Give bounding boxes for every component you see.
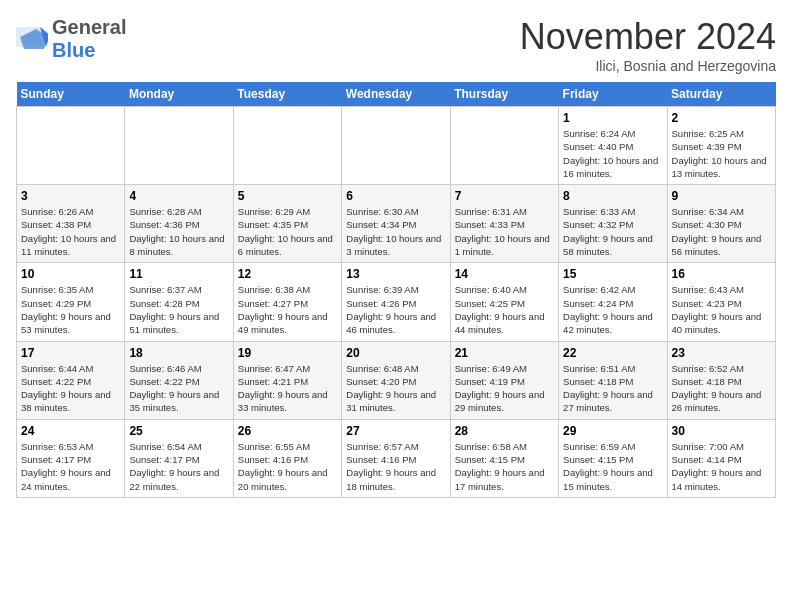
day-cell-17: 17Sunrise: 6:44 AMSunset: 4:22 PMDayligh… xyxy=(17,341,125,419)
day-info: Sunrise: 6:58 AMSunset: 4:15 PMDaylight:… xyxy=(455,440,554,493)
day-info: Sunrise: 6:38 AMSunset: 4:27 PMDaylight:… xyxy=(238,283,337,336)
day-number: 18 xyxy=(129,346,228,360)
day-number: 4 xyxy=(129,189,228,203)
day-info: Sunrise: 6:49 AMSunset: 4:19 PMDaylight:… xyxy=(455,362,554,415)
day-number: 23 xyxy=(672,346,771,360)
day-cell-14: 14Sunrise: 6:40 AMSunset: 4:25 PMDayligh… xyxy=(450,263,558,341)
day-info: Sunrise: 6:40 AMSunset: 4:25 PMDaylight:… xyxy=(455,283,554,336)
day-number: 17 xyxy=(21,346,120,360)
day-number: 11 xyxy=(129,267,228,281)
day-cell-1: 1Sunrise: 6:24 AMSunset: 4:40 PMDaylight… xyxy=(559,107,667,185)
header: General Blue November 2024 Ilici, Bosnia… xyxy=(16,16,776,74)
weekday-header-friday: Friday xyxy=(559,82,667,107)
empty-cell xyxy=(342,107,450,185)
day-info: Sunrise: 6:44 AMSunset: 4:22 PMDaylight:… xyxy=(21,362,120,415)
day-cell-7: 7Sunrise: 6:31 AMSunset: 4:33 PMDaylight… xyxy=(450,185,558,263)
day-number: 12 xyxy=(238,267,337,281)
day-number: 29 xyxy=(563,424,662,438)
day-cell-2: 2Sunrise: 6:25 AMSunset: 4:39 PMDaylight… xyxy=(667,107,775,185)
day-number: 20 xyxy=(346,346,445,360)
month-title: November 2024 xyxy=(520,16,776,58)
day-cell-21: 21Sunrise: 6:49 AMSunset: 4:19 PMDayligh… xyxy=(450,341,558,419)
day-cell-16: 16Sunrise: 6:43 AMSunset: 4:23 PMDayligh… xyxy=(667,263,775,341)
day-info: Sunrise: 6:53 AMSunset: 4:17 PMDaylight:… xyxy=(21,440,120,493)
day-info: Sunrise: 6:25 AMSunset: 4:39 PMDaylight:… xyxy=(672,127,771,180)
day-info: Sunrise: 6:29 AMSunset: 4:35 PMDaylight:… xyxy=(238,205,337,258)
day-info: Sunrise: 6:30 AMSunset: 4:34 PMDaylight:… xyxy=(346,205,445,258)
empty-cell xyxy=(125,107,233,185)
day-cell-23: 23Sunrise: 6:52 AMSunset: 4:18 PMDayligh… xyxy=(667,341,775,419)
day-number: 14 xyxy=(455,267,554,281)
day-number: 5 xyxy=(238,189,337,203)
day-number: 13 xyxy=(346,267,445,281)
day-number: 6 xyxy=(346,189,445,203)
day-cell-15: 15Sunrise: 6:42 AMSunset: 4:24 PMDayligh… xyxy=(559,263,667,341)
day-cell-13: 13Sunrise: 6:39 AMSunset: 4:26 PMDayligh… xyxy=(342,263,450,341)
day-cell-5: 5Sunrise: 6:29 AMSunset: 4:35 PMDaylight… xyxy=(233,185,341,263)
day-info: Sunrise: 6:33 AMSunset: 4:32 PMDaylight:… xyxy=(563,205,662,258)
day-number: 22 xyxy=(563,346,662,360)
location: Ilici, Bosnia and Herzegovina xyxy=(520,58,776,74)
day-number: 9 xyxy=(672,189,771,203)
day-cell-12: 12Sunrise: 6:38 AMSunset: 4:27 PMDayligh… xyxy=(233,263,341,341)
day-number: 21 xyxy=(455,346,554,360)
day-info: Sunrise: 6:31 AMSunset: 4:33 PMDaylight:… xyxy=(455,205,554,258)
title-area: November 2024 Ilici, Bosnia and Herzegov… xyxy=(520,16,776,74)
day-cell-24: 24Sunrise: 6:53 AMSunset: 4:17 PMDayligh… xyxy=(17,419,125,497)
day-number: 7 xyxy=(455,189,554,203)
day-info: Sunrise: 7:00 AMSunset: 4:14 PMDaylight:… xyxy=(672,440,771,493)
day-cell-20: 20Sunrise: 6:48 AMSunset: 4:20 PMDayligh… xyxy=(342,341,450,419)
day-info: Sunrise: 6:39 AMSunset: 4:26 PMDaylight:… xyxy=(346,283,445,336)
day-number: 16 xyxy=(672,267,771,281)
day-number: 27 xyxy=(346,424,445,438)
day-cell-8: 8Sunrise: 6:33 AMSunset: 4:32 PMDaylight… xyxy=(559,185,667,263)
day-cell-6: 6Sunrise: 6:30 AMSunset: 4:34 PMDaylight… xyxy=(342,185,450,263)
empty-cell xyxy=(450,107,558,185)
day-cell-26: 26Sunrise: 6:55 AMSunset: 4:16 PMDayligh… xyxy=(233,419,341,497)
day-info: Sunrise: 6:55 AMSunset: 4:16 PMDaylight:… xyxy=(238,440,337,493)
day-info: Sunrise: 6:34 AMSunset: 4:30 PMDaylight:… xyxy=(672,205,771,258)
day-cell-29: 29Sunrise: 6:59 AMSunset: 4:15 PMDayligh… xyxy=(559,419,667,497)
weekday-header-wednesday: Wednesday xyxy=(342,82,450,107)
day-cell-28: 28Sunrise: 6:58 AMSunset: 4:15 PMDayligh… xyxy=(450,419,558,497)
weekday-header-monday: Monday xyxy=(125,82,233,107)
day-info: Sunrise: 6:54 AMSunset: 4:17 PMDaylight:… xyxy=(129,440,228,493)
day-cell-19: 19Sunrise: 6:47 AMSunset: 4:21 PMDayligh… xyxy=(233,341,341,419)
logo-general-text: General xyxy=(52,16,126,38)
day-info: Sunrise: 6:52 AMSunset: 4:18 PMDaylight:… xyxy=(672,362,771,415)
day-number: 19 xyxy=(238,346,337,360)
weekday-header-row: SundayMondayTuesdayWednesdayThursdayFrid… xyxy=(17,82,776,107)
empty-cell xyxy=(233,107,341,185)
weekday-header-tuesday: Tuesday xyxy=(233,82,341,107)
day-cell-30: 30Sunrise: 7:00 AMSunset: 4:14 PMDayligh… xyxy=(667,419,775,497)
day-info: Sunrise: 6:51 AMSunset: 4:18 PMDaylight:… xyxy=(563,362,662,415)
day-number: 1 xyxy=(563,111,662,125)
weekday-header-sunday: Sunday xyxy=(17,82,125,107)
day-number: 10 xyxy=(21,267,120,281)
day-info: Sunrise: 6:47 AMSunset: 4:21 PMDaylight:… xyxy=(238,362,337,415)
day-cell-11: 11Sunrise: 6:37 AMSunset: 4:28 PMDayligh… xyxy=(125,263,233,341)
day-number: 30 xyxy=(672,424,771,438)
day-info: Sunrise: 6:57 AMSunset: 4:16 PMDaylight:… xyxy=(346,440,445,493)
day-cell-4: 4Sunrise: 6:28 AMSunset: 4:36 PMDaylight… xyxy=(125,185,233,263)
week-row-4: 17Sunrise: 6:44 AMSunset: 4:22 PMDayligh… xyxy=(17,341,776,419)
day-info: Sunrise: 6:48 AMSunset: 4:20 PMDaylight:… xyxy=(346,362,445,415)
day-info: Sunrise: 6:26 AMSunset: 4:38 PMDaylight:… xyxy=(21,205,120,258)
day-cell-9: 9Sunrise: 6:34 AMSunset: 4:30 PMDaylight… xyxy=(667,185,775,263)
week-row-5: 24Sunrise: 6:53 AMSunset: 4:17 PMDayligh… xyxy=(17,419,776,497)
weekday-header-thursday: Thursday xyxy=(450,82,558,107)
day-info: Sunrise: 6:35 AMSunset: 4:29 PMDaylight:… xyxy=(21,283,120,336)
day-cell-18: 18Sunrise: 6:46 AMSunset: 4:22 PMDayligh… xyxy=(125,341,233,419)
day-number: 8 xyxy=(563,189,662,203)
calendar-table: SundayMondayTuesdayWednesdayThursdayFrid… xyxy=(16,82,776,498)
day-cell-3: 3Sunrise: 6:26 AMSunset: 4:38 PMDaylight… xyxy=(17,185,125,263)
day-info: Sunrise: 6:42 AMSunset: 4:24 PMDaylight:… xyxy=(563,283,662,336)
day-number: 26 xyxy=(238,424,337,438)
day-info: Sunrise: 6:59 AMSunset: 4:15 PMDaylight:… xyxy=(563,440,662,493)
day-cell-22: 22Sunrise: 6:51 AMSunset: 4:18 PMDayligh… xyxy=(559,341,667,419)
week-row-2: 3Sunrise: 6:26 AMSunset: 4:38 PMDaylight… xyxy=(17,185,776,263)
day-cell-25: 25Sunrise: 6:54 AMSunset: 4:17 PMDayligh… xyxy=(125,419,233,497)
weekday-header-saturday: Saturday xyxy=(667,82,775,107)
day-cell-27: 27Sunrise: 6:57 AMSunset: 4:16 PMDayligh… xyxy=(342,419,450,497)
day-number: 28 xyxy=(455,424,554,438)
